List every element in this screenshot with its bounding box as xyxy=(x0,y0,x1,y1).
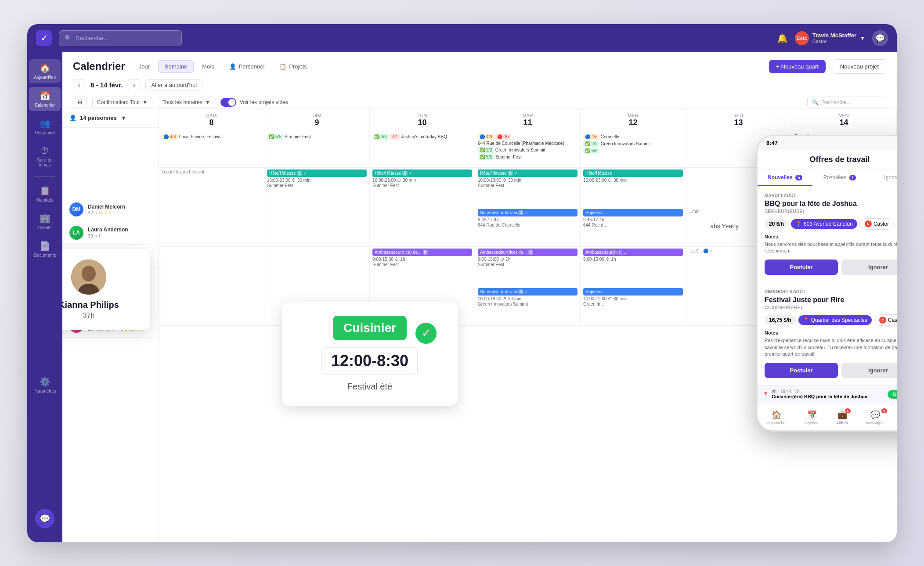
ambassadeur-badge-tue[interactable]: Ambassadeur(rice) de... 8 xyxy=(478,249,578,256)
ambassadeur-badge-wed[interactable]: Ambassadeur(rice)... xyxy=(583,249,683,256)
sidebar-item-calendar[interactable]: 📅 Calendrier xyxy=(29,87,61,111)
ambassadeur-badge-mon[interactable]: Ambassadeur(rice) de... 8 xyxy=(372,249,472,256)
person-hours-daniel: 42 h ⚠ 2 h xyxy=(88,210,152,215)
new-project-button[interactable]: Nouveau projet xyxy=(833,59,886,74)
person-info-daniel: Daniel Melcorn 42 h ⚠ 2 h xyxy=(88,204,152,215)
cal-cell-sat-hote: Local Flavors Festival xyxy=(159,168,264,207)
shift-badge-hote-mon[interactable]: Hôte/Hôtesse 6 ✓ xyxy=(372,169,472,177)
phone-nav-agenda[interactable]: 📅 Agenda xyxy=(805,410,819,425)
day-header-sat: SAM 8 xyxy=(159,108,264,132)
schedules-filter[interactable]: Tous les horaires ▼ xyxy=(158,97,215,108)
sidebar-item-documents[interactable]: 📄 Documents xyxy=(29,237,61,261)
phone-tab-ignorees[interactable]: Ignorées xyxy=(867,170,897,186)
shift-badge-hote-tue[interactable]: Hôte/Hôtesse 6 ✓ xyxy=(478,169,578,177)
bbq-alert: ⚠1 xyxy=(390,134,400,140)
tab-personnel[interactable]: 👤 Personnel xyxy=(223,60,271,73)
sidebar-item-time-tracking[interactable]: ⏱ Suivi du temps xyxy=(29,142,61,171)
user-avatar: Cstc xyxy=(795,31,809,45)
day-headers: SAM 8 DIM 9 LUN 10 MAR 1 xyxy=(159,108,897,132)
job-date-2: DIMANCHE 6 AOÛT xyxy=(765,289,897,294)
superviseur-event-tue: 644 Rue de Courcelle xyxy=(478,223,578,227)
sidebar-item-mandats[interactable]: 📋 Mandats xyxy=(29,182,61,206)
person-row[interactable]: DM Daniel Melcorn 42 h ⚠ 2 h xyxy=(62,198,159,221)
superviseur2-badge-wed[interactable]: Supervis... xyxy=(583,288,683,296)
cal-cell-sun-hote: Hôte/Hôtesse 6 ✓ 16:00-23:00 ⏱ 30 min Su… xyxy=(264,168,370,207)
phone-tab-nouvelles[interactable]: Nouvelles 5 xyxy=(758,170,812,186)
cal-cell-wed-sup2: Supervis... 10:00-19:00 ⏱ 30 min Green I… xyxy=(581,286,686,325)
job-date-1: MARDI 1 AOÛT xyxy=(765,193,897,198)
job-actions-2: Postuler Ignorer xyxy=(765,363,897,378)
next-week-button[interactable]: › xyxy=(128,79,140,91)
calendar-search[interactable]: 🔍 Recherche... xyxy=(807,97,886,108)
superviseur-event-wed: 644 Rue d... xyxy=(583,223,683,227)
tab-mois[interactable]: Mois xyxy=(195,60,220,73)
green-innovators-badge: ✅ 2/2 xyxy=(478,147,494,153)
schedules-filter-label: Tous les horaires xyxy=(162,99,202,105)
phone-nav-today[interactable]: 🏠 Aujourd'hui xyxy=(767,410,787,425)
settings-icon: ⚙️ xyxy=(40,376,51,387)
sidebar-item-clients[interactable]: 🏢 Clients xyxy=(29,209,61,234)
sidebar-divider xyxy=(34,176,55,177)
sidebar-item-personnel[interactable]: 👥 Personnel xyxy=(29,115,61,139)
new-shift-button[interactable]: + Nouveau quart xyxy=(769,60,825,73)
chat-icon[interactable]: 💬 xyxy=(872,30,888,46)
phone-tabs: Nouvelles 5 Postulées 1 Ignorées xyxy=(758,170,897,186)
notification-icon[interactable]: 🔔 xyxy=(777,33,788,43)
tab-jour[interactable]: Jour xyxy=(132,60,156,73)
main-sidebar: 🏠 Aujourd'hui 📅 Calendrier 👥 Personnel ⏱… xyxy=(27,52,62,542)
superviseur-badge-wed[interactable]: Supervis... xyxy=(583,209,683,216)
confirmation-filter-label: Confirmation: Tout xyxy=(97,99,140,105)
job-title-2: Festival Juste pour Rire xyxy=(765,296,897,304)
apply-button-1[interactable]: Postuler xyxy=(765,260,838,275)
person-info-laura: Laura Anderson 39 h ℹ xyxy=(88,227,152,238)
shift-time-sun: 16:00-23:00 ⏱ 30 min xyxy=(267,178,367,183)
phone-nav-agenda-icon: 📅 xyxy=(807,410,817,420)
day-header-fri: VEN 14 xyxy=(791,108,897,132)
ignore-button-2[interactable]: Ignorer xyxy=(841,363,897,378)
empty-projects-toggle[interactable]: Voir les projets vides xyxy=(220,98,288,107)
shift-badge-hote-wed[interactable]: Hôte/Hôtesse xyxy=(583,169,683,177)
notes-text-2: Pas d'expérience requise mais tu dois êt… xyxy=(765,337,897,357)
schedules-dropdown-icon: ▼ xyxy=(205,99,210,105)
phone-nav-messages[interactable]: 💬 3 Messages xyxy=(866,410,884,425)
superviseur-badge-tue[interactable]: Superviseur terrain 3 ✓ xyxy=(478,209,578,216)
cal-cell-wed-events: 🔵 4/6 Courcelle... ✅ 2/2 Green Innovator… xyxy=(581,132,686,167)
ambassadeur-event-mon: Summer Fest xyxy=(372,262,472,267)
ignore-button-1[interactable]: Ignorer xyxy=(841,260,897,275)
cal-cell-tue-sup: Superviseur terrain 3 ✓ 9:45-17:45 644 R… xyxy=(475,207,581,246)
people-count-header[interactable]: 👤 14 personnes ▾ xyxy=(62,108,159,128)
superviseur2-badge-tue[interactable]: Superviseur terrain 3 ✓ xyxy=(478,288,578,296)
superviseur-time-wed: 9:45-17:45 xyxy=(583,217,683,222)
user-menu[interactable]: Cstc Travis McStaffer Castor ▼ xyxy=(795,31,865,45)
nouvelles-badge: 5 xyxy=(795,175,802,180)
location-pin-icon-2: 📍 xyxy=(803,317,809,323)
confirmation-filter[interactable]: Confirmation: Tout ▼ xyxy=(92,97,152,108)
notes-text-1: Nous servirons des bouchées et appéritif… xyxy=(765,241,897,255)
mandats-icon: 📋 xyxy=(40,185,51,196)
shift-event-sun: Summer Fest xyxy=(267,183,367,188)
shift-check-icon: ✓ xyxy=(415,323,437,344)
phone-nav-offres[interactable]: 💼 5 Offres xyxy=(837,410,848,425)
sidebar-item-parametres[interactable]: ⚙️ Paramètres xyxy=(29,373,61,397)
shift-badge-hote-sun[interactable]: Hôte/Hôtesse 6 ✓ xyxy=(267,169,367,177)
phone-mini-banner: 📍 9h - 19h ⏱ 1h Cuisinier(ère) BBQ pour … xyxy=(758,386,897,403)
go-today-button[interactable]: Aller à aujourd'hui xyxy=(145,79,202,90)
tab-projets[interactable]: 📋 Projets xyxy=(273,60,313,73)
summer-fest-badge-sun: ✅ 5/5 xyxy=(267,134,283,140)
job-title-1: BBQ pour la fête de Joshua xyxy=(765,200,897,208)
prev-week-button[interactable]: ‹ xyxy=(73,79,85,91)
support-chat-button[interactable]: 💬 xyxy=(35,509,54,528)
ambassadeur-time-tue: 9:00-15:00 ⏱ 1h xyxy=(478,257,578,262)
phone-tab-postulees[interactable]: Postulées 1 xyxy=(812,170,867,186)
apply-button-2[interactable]: Postuler xyxy=(765,363,838,378)
644-badge2: 🔴 0/7 xyxy=(495,134,512,140)
person-row[interactable]: LA Laura Anderson 39 h ℹ xyxy=(62,221,159,245)
toggle-switch[interactable] xyxy=(220,98,236,107)
debut-button[interactable]: Débuter xyxy=(888,390,897,399)
tab-semaine[interactable]: Semaine xyxy=(158,60,194,73)
filter-funnel-icon: ⊟ xyxy=(78,99,82,105)
phone-nav-today-icon: 🏠 xyxy=(772,410,781,420)
global-search[interactable]: 🔍 Recherche... xyxy=(59,30,182,46)
sidebar-item-today[interactable]: 🏠 Aujourd'hui xyxy=(29,59,61,83)
cal-cell-tue-amb: Ambassadeur(rice) de... 8 9:00-15:00 ⏱ 1… xyxy=(475,247,581,286)
